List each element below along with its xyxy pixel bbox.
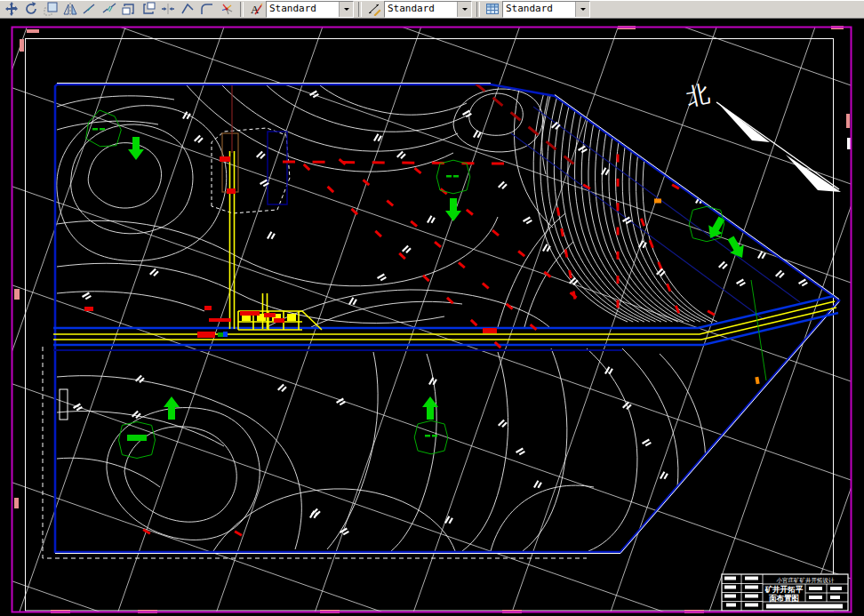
break-button[interactable] bbox=[100, 1, 119, 18]
mirror-icon bbox=[63, 2, 77, 16]
table-style-value: Standard bbox=[503, 2, 575, 17]
table-style-combobox[interactable]: Standard bbox=[502, 1, 590, 18]
geology-symbols bbox=[86, 110, 766, 459]
rotate-icon bbox=[24, 2, 38, 16]
viewport-border bbox=[12, 28, 852, 612]
scale-button[interactable] bbox=[41, 1, 60, 18]
coordinate-grid bbox=[0, 20, 864, 616]
trim-button[interactable] bbox=[158, 1, 178, 18]
contour-lines bbox=[57, 85, 836, 551]
dimension-style-value: Standard bbox=[385, 2, 457, 17]
text-style-combobox[interactable]: Standard bbox=[266, 1, 354, 18]
toolbar-separator bbox=[476, 2, 480, 17]
cad-application-window: AStandardStandardStandard bbox=[0, 0, 864, 616]
main-roadway bbox=[53, 296, 838, 350]
chamfer-button[interactable] bbox=[178, 1, 197, 18]
move-button[interactable] bbox=[2, 1, 21, 18]
roadway-marker bbox=[483, 328, 497, 333]
drawing-title-line1: 矿井开拓平 bbox=[764, 585, 804, 594]
drawing-canvas[interactable]: 北 bbox=[0, 20, 864, 616]
chevron-down-icon[interactable] bbox=[339, 2, 353, 17]
toolbar-separator bbox=[240, 2, 244, 17]
fillet-icon bbox=[200, 2, 214, 16]
section-lines bbox=[511, 93, 831, 320]
rotate-button[interactable] bbox=[21, 1, 41, 18]
elevation-labels bbox=[73, 91, 808, 537]
rectangle-edit-icon bbox=[122, 2, 136, 16]
chevron-down-icon[interactable] bbox=[575, 2, 589, 17]
north-arrow: 北 bbox=[684, 80, 841, 192]
explode-button[interactable] bbox=[217, 1, 236, 18]
dimension-style-button[interactable] bbox=[364, 1, 384, 18]
styles-toolbar: AStandardStandardStandard bbox=[237, 1, 592, 18]
modify-toolbar bbox=[2, 1, 236, 18]
trim-icon bbox=[161, 2, 175, 16]
move-icon bbox=[4, 2, 19, 16]
map-drawing: 北 bbox=[0, 20, 864, 616]
break-at-point-icon bbox=[83, 2, 97, 16]
text-style-button[interactable]: A bbox=[246, 1, 266, 18]
drawing-title-line2: 面布置图 bbox=[769, 594, 799, 603]
toolbar: AStandardStandardStandard bbox=[0, 0, 864, 19]
chamfer-icon bbox=[180, 2, 195, 16]
dimension-style-icon bbox=[367, 2, 381, 16]
roadway-marker bbox=[218, 332, 223, 337]
roadway-marker bbox=[197, 332, 215, 338]
text-style-value: Standard bbox=[267, 2, 339, 17]
title-block: 小官庄矿矿井开拓设计 矿井开拓平 面布置图 bbox=[722, 574, 848, 611]
project-title: 小官庄矿矿井开拓设计 bbox=[777, 577, 836, 583]
table-style-button[interactable] bbox=[483, 1, 502, 18]
rectangle-array-icon bbox=[141, 2, 156, 16]
shaft-industrial-site bbox=[60, 85, 322, 420]
toolbar-separator bbox=[358, 2, 362, 17]
north-label: 北 bbox=[684, 80, 712, 111]
mirror-button[interactable] bbox=[60, 1, 80, 18]
break-icon bbox=[102, 2, 116, 16]
rectangle-array-button[interactable] bbox=[139, 1, 158, 18]
roadway-marker bbox=[223, 332, 228, 337]
fillet-button[interactable] bbox=[197, 1, 217, 18]
scale-icon bbox=[44, 2, 58, 16]
chevron-down-icon[interactable] bbox=[457, 2, 471, 17]
table-style-icon bbox=[485, 2, 500, 16]
plot-margin-ticks bbox=[14, 26, 850, 613]
rectangle-edit-button[interactable] bbox=[119, 1, 139, 18]
break-at-point-button[interactable] bbox=[80, 1, 100, 18]
dimension-style-combobox[interactable]: Standard bbox=[384, 1, 472, 18]
text-style-icon: A bbox=[249, 2, 263, 16]
mine-boundary bbox=[43, 84, 839, 559]
explode-icon bbox=[220, 2, 234, 16]
